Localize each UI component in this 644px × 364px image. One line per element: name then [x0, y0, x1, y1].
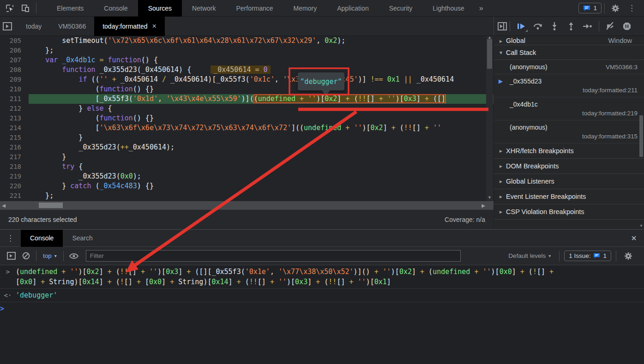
panel-tab-memory[interactable]: Memory: [283, 0, 327, 17]
step-out-button[interactable]: [563, 19, 579, 33]
line-number-gutter[interactable]: 213: [0, 113, 29, 123]
frame-name: (anonymous): [510, 63, 548, 71]
frame-location-link[interactable]: VM50366:3: [606, 64, 638, 71]
drawer-menu-icon[interactable]: ⋮: [0, 233, 21, 243]
drawer-tab-console[interactable]: Console: [21, 230, 63, 247]
frame-location-link[interactable]: today:formatted:219: [510, 110, 638, 117]
console-issues-button[interactable]: 1 Issue: 1: [564, 251, 611, 261]
pause-on-exceptions-button[interactable]: [619, 19, 635, 33]
console-prompt[interactable]: >: [0, 302, 644, 315]
editor-horizontal-scrollbar[interactable]: ◀ ▶: [0, 201, 494, 209]
frame-location-link[interactable]: today:formatted:211: [510, 87, 638, 94]
line-number-gutter[interactable]: 221: [0, 191, 29, 201]
file-tab[interactable]: today: [18, 17, 50, 36]
more-panels-button[interactable]: »: [475, 4, 488, 12]
drawer-tab-search[interactable]: Search: [63, 230, 102, 247]
call-stack-frame[interactable]: _0x4db1ctoday:formatted:219: [494, 97, 644, 120]
line-number-gutter[interactable]: 210: [0, 84, 29, 94]
show-console-sidebar-icon[interactable]: [4, 250, 18, 263]
call-stack-header[interactable]: ▾ Call Stack: [494, 45, 644, 60]
step-into-button[interactable]: [546, 19, 563, 33]
line-number-gutter[interactable]: 211: [0, 94, 29, 104]
sidebar-section-event-listener-breakpoints[interactable]: ▸Event Listener Breakpoints: [494, 189, 644, 204]
file-tab[interactable]: today:formatted×: [94, 17, 165, 36]
resume-script-button[interactable]: [513, 19, 530, 33]
customize-devtools-menu-icon[interactable]: ⋮: [623, 3, 640, 13]
line-number-gutter[interactable]: 216: [0, 143, 29, 152]
line-number-gutter[interactable]: 205: [0, 36, 29, 46]
scroll-down-arrow[interactable]: ▼: [638, 222, 644, 229]
chevron-down-icon: ▾: [54, 253, 57, 258]
panel-tab-console[interactable]: Console: [94, 0, 138, 17]
line-number-gutter[interactable]: 212: [0, 104, 29, 113]
result-arrow-icon: <·: [0, 290, 16, 300]
issues-counter-button[interactable]: 1: [578, 3, 602, 13]
frame-name: _0x4db1c: [510, 101, 538, 108]
panel-tab-performance[interactable]: Performance: [226, 0, 283, 17]
code-text: _0x355d23(++_0x450614);: [29, 143, 494, 152]
panel-tab-lighthouse[interactable]: Lighthouse: [422, 0, 475, 17]
issues-count: 1: [603, 252, 607, 259]
panel-tab-sources[interactable]: Sources: [138, 0, 182, 17]
code-line: 207 var _0x4db1c = function() {: [0, 55, 494, 65]
live-expression-eye-icon[interactable]: [66, 250, 81, 263]
line-number-gutter[interactable]: 206: [0, 46, 29, 55]
deactivate-breakpoints-button[interactable]: [602, 19, 619, 33]
log-levels-select[interactable]: Default levels ▾: [505, 252, 554, 259]
debugger-sidebar: ▸Global Window ▾ Call Stack (anonymous)V…: [494, 36, 644, 229]
file-tab[interactable]: VM50366: [50, 17, 94, 36]
line-number-gutter[interactable]: 220: [0, 181, 29, 191]
editor-vertical-scrollbar[interactable]: ▲ ▼: [486, 36, 493, 201]
sidebar-section-dom-breakpoints[interactable]: ▸DOM Breakpoints: [494, 159, 644, 174]
panel-tab-elements[interactable]: Elements: [47, 0, 94, 17]
panel-tab-application[interactable]: Application: [327, 0, 379, 17]
clear-console-icon[interactable]: [18, 250, 33, 263]
scroll-right-arrow[interactable]: ▶: [480, 203, 487, 208]
code-text: } catch (_0x54c483) {}: [29, 181, 494, 191]
code-text: var _0x4db1c = function() {: [29, 55, 494, 65]
sidebar-section-csp-violation-breakpoints[interactable]: ▸CSP Violation Breakpoints: [494, 204, 644, 220]
settings-gear-icon[interactable]: [608, 2, 623, 15]
inspect-element-icon[interactable]: [2, 2, 18, 15]
close-drawer-icon[interactable]: ×: [631, 233, 637, 244]
line-number-gutter[interactable]: 218: [0, 162, 29, 172]
show-navigator-icon[interactable]: [3, 22, 12, 30]
command-chevron: >: [0, 267, 16, 287]
line-number-gutter[interactable]: 219: [0, 172, 29, 181]
line-number-gutter[interactable]: 217: [0, 152, 29, 162]
console-result-row: <· 'debugger': [0, 289, 644, 302]
call-stack-frame[interactable]: (anonymous)today:formatted:315: [494, 120, 644, 143]
sidebar-scrollbar[interactable]: ▼: [638, 36, 644, 229]
line-number-gutter[interactable]: 208: [0, 65, 29, 75]
line-number-gutter[interactable]: 214: [0, 123, 29, 133]
step-button[interactable]: [579, 19, 596, 33]
scroll-left-arrow[interactable]: ◀: [0, 203, 7, 208]
hide-debugger-sidebar-icon[interactable]: [498, 22, 507, 30]
sidebar-section-global-listeners[interactable]: ▸Global Listeners: [494, 174, 644, 189]
javascript-context-select[interactable]: top ▾: [39, 252, 60, 259]
line-number-gutter[interactable]: 207: [0, 55, 29, 65]
prompt-chevron-icon: >: [0, 304, 4, 313]
line-number-gutter[interactable]: 209: [0, 75, 29, 84]
scope-value: Window: [608, 37, 632, 44]
call-stack-frame[interactable]: (anonymous)VM50366:3: [494, 60, 644, 74]
collapse-arrow-icon: ▸: [500, 148, 502, 154]
scrollbar-thumb[interactable]: [487, 39, 492, 69]
device-toolbar-icon[interactable]: [18, 2, 33, 15]
step-over-button[interactable]: [530, 19, 546, 33]
sidebar-section-xhr-fetch-breakpoints[interactable]: ▸XHR/fetch Breakpoints: [494, 143, 644, 159]
line-number-gutter[interactable]: 215: [0, 133, 29, 143]
call-stack-frame[interactable]: ▶_0x355d23today:formatted:211: [494, 74, 644, 97]
console-filter-input[interactable]: [86, 250, 461, 262]
panel-tab-network[interactable]: Network: [182, 0, 226, 17]
scrollbar-thumb[interactable]: [39, 203, 63, 208]
scrollbar-thumb[interactable]: [639, 115, 643, 157]
code-text: (function() {}: [29, 113, 494, 123]
scope-global-row[interactable]: ▸Global Window: [494, 36, 644, 45]
sources-toolbar: todayVM50366today:formatted×: [0, 17, 644, 36]
close-tab-icon[interactable]: ×: [152, 22, 156, 30]
console-settings-gear-icon[interactable]: [621, 250, 636, 263]
scroll-down-arrow[interactable]: ▼: [486, 194, 493, 201]
panel-tab-security[interactable]: Security: [379, 0, 423, 17]
frame-location-link[interactable]: today:formatted:315: [510, 133, 638, 140]
